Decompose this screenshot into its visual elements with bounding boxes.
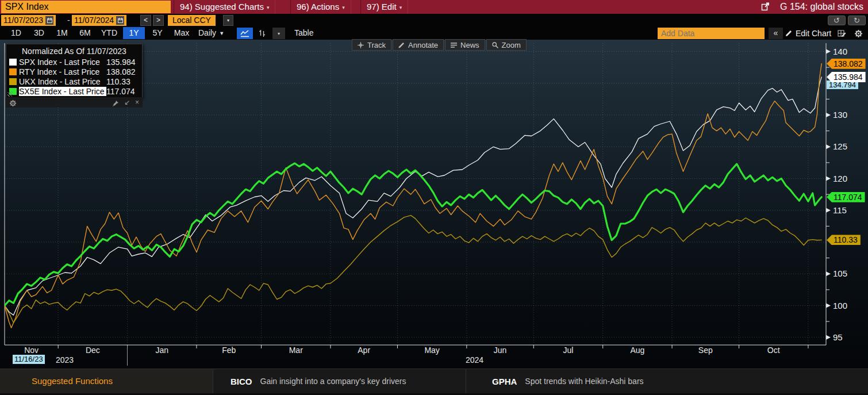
menu-edit[interactable]: 97) Edit▾	[360, 0, 408, 14]
track-button[interactable]: Track	[352, 39, 391, 51]
range-3d[interactable]: 3D	[28, 27, 51, 39]
range-5y[interactable]: 5Y	[146, 27, 169, 39]
gear-icon[interactable]	[9, 98, 17, 107]
range-1d[interactable]: 1D	[5, 27, 28, 39]
y-tick-label: 130	[833, 110, 847, 120]
header-bar: SPX Index 94) Suggested Charts▾ 96) Acti…	[0, 0, 868, 14]
legend-value: 138.082	[106, 67, 136, 76]
annotate-button[interactable]: Annotate	[393, 39, 444, 51]
suggested-functions-title: Suggested Functions	[0, 369, 213, 393]
menu-actions[interactable]: 96) Actions▾	[290, 0, 351, 14]
chart-settings-icon[interactable]	[835, 28, 848, 39]
minimize-corner-icon[interactable]: ↙	[124, 97, 130, 108]
frequency-select[interactable]: Daily▼	[198, 27, 224, 39]
x-month-label: Jan	[155, 346, 168, 355]
function-title: G 154: global stocks	[761, 0, 863, 14]
pencil-icon	[785, 30, 792, 37]
y-tick-label: 125	[833, 141, 847, 151]
prev-period-button[interactable]: <	[140, 15, 151, 26]
function-code: BICO	[231, 377, 252, 386]
price-tag-117.074: 117.074	[827, 192, 865, 202]
x-month-label: Oct	[767, 346, 780, 355]
currency-caret-icon[interactable]: ▾	[223, 15, 233, 26]
ohlc-chart-type-button[interactable]	[255, 28, 269, 39]
pin-icon[interactable]	[112, 98, 119, 107]
table-button[interactable]: Table	[294, 27, 313, 39]
pencil-icon	[398, 42, 405, 48]
crosshair-icon	[358, 42, 364, 48]
spx-color-swatch	[9, 59, 17, 66]
legend-row-spx[interactable]: SPX Index - Last Price 135.984	[6, 57, 142, 67]
collapse-panel-button[interactable]: «	[769, 28, 783, 39]
chart-toolbar-row: 1D 3D 1M 6M YTD 1Y 5Y Max Daily▼ ▾ Table…	[0, 26, 868, 40]
legend-resize-handle[interactable]	[7, 91, 13, 97]
calendar-icon[interactable]	[45, 16, 53, 25]
function-desc: Spot trends with Heikin-Ashi bars	[525, 377, 643, 386]
legend-row-sx5e-selected[interactable]: SX5E Index - Last Price 117.074	[6, 86, 142, 96]
y-tick-arrow	[826, 335, 831, 340]
next-period-button[interactable]: >	[153, 15, 164, 26]
legend-value: 135.984	[106, 57, 136, 67]
add-data-input[interactable]	[658, 28, 765, 39]
zoom-button[interactable]: Zoom	[486, 39, 527, 51]
chart-type-caret[interactable]: ▾	[272, 28, 285, 39]
function-code: GPHA	[492, 377, 517, 386]
news-button[interactable]: News	[445, 39, 485, 51]
y-tick-arrow	[826, 208, 831, 213]
range-max[interactable]: Max	[169, 27, 194, 39]
legend-value: 117.074	[106, 87, 135, 96]
series-line-spx	[5, 77, 821, 315]
axis-start-date-tag: 11/16/23	[13, 355, 45, 364]
y-tick-arrow	[826, 304, 831, 308]
chevron-down-icon: ▼	[219, 30, 224, 36]
legend-row-rty[interactable]: RTY Index - Last Price 138.082	[6, 67, 142, 76]
date-from-field[interactable]: 11/07/2023	[1, 15, 56, 26]
ticker-input[interactable]: SPX Index	[1, 1, 171, 13]
ukx-color-swatch	[9, 78, 17, 85]
suggested-function-gpha[interactable]: GPHA Spot trends with Heikin-Ashi bars	[466, 369, 868, 393]
date-to-field[interactable]: 11/07/2024	[72, 15, 126, 26]
close-icon[interactable]: ×	[135, 97, 139, 108]
year-divider-line	[127, 346, 128, 366]
range-ytd[interactable]: YTD	[97, 27, 122, 39]
year-label-2023: 2023	[56, 355, 74, 365]
chart-legend[interactable]: Normalized As Of 11/07/2023 SPX Index - …	[6, 44, 143, 98]
legend-label-highlighted: SX5E Index - Last Price	[19, 87, 106, 96]
controls-bar: 11/07/2023 - 11/07/2024 < > Local CCY ▾ …	[0, 14, 868, 26]
function-desc: Gain insight into a company's key driver…	[260, 377, 406, 386]
y-tick-label: 115	[833, 205, 847, 215]
edit-chart-button[interactable]: Edit Chart	[785, 28, 831, 39]
gear-icon[interactable]	[851, 28, 865, 39]
legend-value: 110.33	[106, 77, 130, 86]
magnifier-icon	[492, 42, 498, 48]
menu-suggested-charts[interactable]: 94) Suggested Charts▾	[174, 0, 275, 14]
range-6m[interactable]: 6M	[74, 27, 97, 39]
x-month-label: Nov	[24, 346, 39, 355]
suggested-function-bico[interactable]: BICO Gain insight into a company's key d…	[213, 369, 466, 393]
export-icon[interactable]	[761, 2, 770, 11]
redo-button[interactable]: ↻	[848, 16, 866, 25]
calendar-icon[interactable]	[116, 16, 124, 25]
range-1m[interactable]: 1M	[51, 27, 74, 39]
line-chart-type-button[interactable]	[237, 28, 253, 39]
legend-row-ukx[interactable]: UKX Index - Last Price 110.33	[6, 76, 142, 86]
date-range-dash: -	[67, 15, 70, 26]
x-month-label: Jun	[494, 346, 507, 355]
chevron-down-icon: ▾	[267, 5, 270, 10]
range-1y-selected[interactable]: 1Y	[123, 27, 145, 39]
rty-color-swatch	[9, 68, 17, 75]
y-tick-label: 120	[833, 174, 847, 183]
news-icon	[451, 42, 457, 48]
legend-label: UKX Index - Last Price	[19, 77, 106, 86]
chevron-down-icon: ▾	[342, 5, 345, 10]
y-tick-arrow	[826, 113, 831, 117]
x-month-label: Apr	[358, 346, 370, 355]
price-tag-138.082: 138.082	[827, 59, 866, 69]
y-tick-label: 140	[833, 47, 847, 56]
undo-button[interactable]: ↺	[828, 16, 846, 25]
x-month-label: Feb	[222, 346, 236, 355]
legend-label: SPX Index - Last Price	[19, 57, 106, 67]
x-month-label: May	[424, 346, 439, 355]
currency-select[interactable]: Local CCY	[168, 15, 216, 26]
y-tick-arrow	[826, 177, 831, 181]
